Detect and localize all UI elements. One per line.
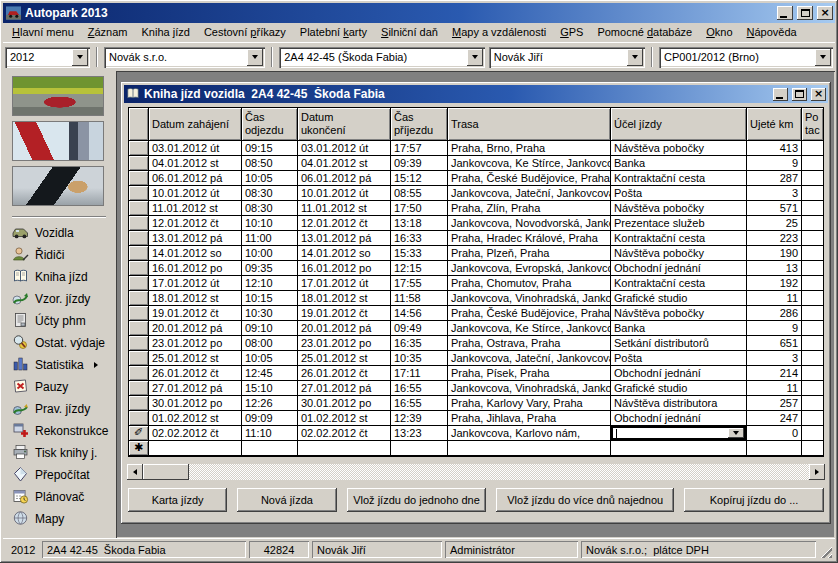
cell-pocatecni-tachometr[interactable] bbox=[802, 321, 823, 336]
cell-ucel-jizdy[interactable]: Kontraktační cesta bbox=[611, 171, 747, 186]
cell-trasa[interactable]: Jankovcova, Jateční, Jankovcova bbox=[448, 186, 611, 201]
ucel-combo-editor[interactable] bbox=[611, 426, 746, 440]
row-selector[interactable] bbox=[129, 201, 149, 216]
sidebar-item-prav-jizdy[interactable]: Prav. jízdy bbox=[12, 398, 110, 420]
column-header-datum-zahajeni[interactable]: Datum zahájení bbox=[149, 108, 242, 141]
cell-datum-ukonceni[interactable]: 03.01.2012 út bbox=[298, 141, 391, 156]
column-header-ujete-km[interactable]: Ujeté km bbox=[747, 108, 802, 141]
row-selector[interactable] bbox=[129, 141, 149, 156]
combo-novak-s-r-o[interactable]: Novák s.r.o. bbox=[104, 47, 265, 68]
cell-trasa[interactable]: Praha, Karlovy Vary, Praha bbox=[448, 396, 611, 411]
sidebar-item-vzor-jizdy[interactable]: Vzor. jízdy bbox=[12, 288, 110, 310]
table-row[interactable]: 11.01.2012 st08:3011.01.2012 st17:50Prah… bbox=[129, 201, 823, 216]
cell-ucel-jizdy[interactable]: Grafické studio bbox=[611, 381, 747, 396]
cell-ujete-km[interactable]: 651 bbox=[747, 336, 802, 351]
row-selector[interactable] bbox=[129, 156, 149, 171]
cell-datum-ukonceni[interactable]: 04.01.2012 st bbox=[298, 156, 391, 171]
sidebar-item-vozidla[interactable]: Vozidla bbox=[12, 222, 110, 244]
cell-cas-odjezdu[interactable]: 10:10 bbox=[242, 216, 298, 231]
cell-pocatecni-tachometr[interactable] bbox=[802, 381, 823, 396]
cell-ucel-jizdy[interactable]: Návštěva pobočky bbox=[611, 246, 747, 261]
table-row[interactable]: ✐02.02.2012 čt11:1002.02.2012 čt13:23Jan… bbox=[129, 426, 823, 441]
cell-datum-zahajeni[interactable]: 30.01.2012 po bbox=[149, 396, 242, 411]
row-selector[interactable] bbox=[129, 336, 149, 351]
row-selector[interactable] bbox=[129, 366, 149, 381]
cell-trasa[interactable]: Jankovcova, Vinohradská, Jankovcova bbox=[448, 381, 611, 396]
row-selector[interactable] bbox=[129, 321, 149, 336]
table-row[interactable]: 26.01.2012 čt12:4526.01.2012 čt17:11Prah… bbox=[129, 366, 823, 381]
menu-item-gps[interactable]: GPS bbox=[553, 24, 590, 41]
menu-item-platebni-karty[interactable]: Platební karty bbox=[293, 24, 374, 41]
sidebar-item-prepocitat[interactable]: Přepočítat bbox=[12, 464, 110, 486]
row-selector[interactable] bbox=[129, 306, 149, 321]
nova-jizda-button[interactable]: Nová jízda bbox=[237, 488, 336, 512]
cell-ujete-km[interactable]: 0 bbox=[747, 426, 802, 441]
cell-cas-odjezdu[interactable]: 08:50 bbox=[242, 156, 298, 171]
cell-ucel-jizdy[interactable]: Obchodní jednání bbox=[611, 261, 747, 276]
cell-datum-ukonceni[interactable]: 27.01.2012 pá bbox=[298, 381, 391, 396]
table-row[interactable]: 06.01.2012 pá10:0506.01.2012 pá15:12Prah… bbox=[129, 171, 823, 186]
cell-cas-prijezdu[interactable]: 16:33 bbox=[391, 231, 448, 246]
row-selector[interactable] bbox=[129, 411, 149, 426]
sidebar-item-ostat-vydaje[interactable]: Ostat. výdaje bbox=[12, 332, 110, 354]
cell-pocatecni-tachometr[interactable] bbox=[802, 441, 823, 456]
cell-cas-odjezdu[interactable]: 10:00 bbox=[242, 246, 298, 261]
cell-datum-zahajeni[interactable]: 02.02.2012 čt bbox=[149, 426, 242, 441]
cell-ujete-km[interactable]: 13 bbox=[747, 261, 802, 276]
cell-cas-prijezdu[interactable]: 12:39 bbox=[391, 411, 448, 426]
table-row[interactable]: 12.01.2012 čt10:1012.01.2012 čt13:18Jank… bbox=[129, 216, 823, 231]
cell-datum-zahajeni[interactable]: 20.01.2012 pá bbox=[149, 321, 242, 336]
cell-cas-odjezdu[interactable]: 11:10 bbox=[242, 426, 298, 441]
cell-cas-prijezdu[interactable]: 16:35 bbox=[391, 336, 448, 351]
cell-ucel-jizdy[interactable]: Kontraktační cesta bbox=[611, 276, 747, 291]
cell-ujete-km[interactable]: 9 bbox=[747, 321, 802, 336]
cell-pocatecni-tachometr[interactable] bbox=[802, 201, 823, 216]
cell-cas-prijezdu[interactable]: 08:55 bbox=[391, 186, 448, 201]
cell-datum-zahajeni[interactable]: 26.01.2012 čt bbox=[149, 366, 242, 381]
cell-datum-ukonceni[interactable] bbox=[298, 441, 391, 456]
cell-datum-ukonceni[interactable]: 11.01.2012 st bbox=[298, 201, 391, 216]
cell-ucel-jizdy[interactable]: Návštěva pobočky bbox=[611, 141, 747, 156]
cell-ucel-jizdy[interactable]: Návštěva pobočky bbox=[611, 306, 747, 321]
cell-datum-ukonceni[interactable]: 18.01.2012 st bbox=[298, 291, 391, 306]
table-row[interactable]: 03.01.2012 út09:1503.01.2012 út17:57Prah… bbox=[129, 141, 823, 156]
cell-datum-zahajeni[interactable]: 06.01.2012 pá bbox=[149, 171, 242, 186]
cell-trasa[interactable]: Praha, Jihlava, Praha bbox=[448, 411, 611, 426]
cell-pocatecni-tachometr[interactable] bbox=[802, 396, 823, 411]
cell-ujete-km[interactable]: 3 bbox=[747, 186, 802, 201]
table-row[interactable]: 19.01.2012 čt10:3019.01.2012 čt14:56Prah… bbox=[129, 306, 823, 321]
combo-novak-jiri[interactable]: Novák Jiří bbox=[489, 47, 645, 68]
cell-datum-ukonceni[interactable]: 14.01.2012 so bbox=[298, 246, 391, 261]
cell-ucel-jizdy[interactable]: Setkání distributorů bbox=[611, 336, 747, 351]
cell-cas-prijezdu[interactable]: 15:12 bbox=[391, 171, 448, 186]
scrollbar-track[interactable] bbox=[189, 464, 809, 480]
cell-ujete-km[interactable]: 571 bbox=[747, 201, 802, 216]
scrollbar-thumb[interactable] bbox=[143, 464, 189, 480]
cell-cas-prijezdu[interactable]: 17:57 bbox=[391, 141, 448, 156]
cell-trasa[interactable]: Praha, České Budějovice, Praha bbox=[448, 306, 611, 321]
menu-item-kniha-jizd[interactable]: Kniha jízd bbox=[135, 24, 197, 41]
column-header-trasa[interactable]: Trasa bbox=[448, 108, 611, 141]
vloz-jizdu-do-jednoho-dne-button[interactable]: Vlož jízdu do jednoho dne bbox=[347, 488, 487, 512]
cell-pocatecni-tachometr[interactable] bbox=[802, 156, 823, 171]
cell-ucel-jizdy[interactable] bbox=[611, 426, 747, 441]
cell-cas-odjezdu[interactable]: 08:00 bbox=[242, 336, 298, 351]
cell-trasa[interactable]: Jankovcova, Vinohradská, Jankovcova bbox=[448, 291, 611, 306]
row-selector[interactable] bbox=[129, 216, 149, 231]
sidebar-item-planovac[interactable]: Plánovač bbox=[12, 486, 110, 508]
horizontal-scrollbar[interactable] bbox=[127, 464, 825, 480]
cell-datum-ukonceni[interactable]: 30.01.2012 po bbox=[298, 396, 391, 411]
cell-datum-zahajeni[interactable]: 23.01.2012 po bbox=[149, 336, 242, 351]
cell-datum-zahajeni[interactable]: 18.01.2012 st bbox=[149, 291, 242, 306]
cell-datum-ukonceni[interactable]: 26.01.2012 čt bbox=[298, 366, 391, 381]
cell-ujete-km[interactable]: 214 bbox=[747, 366, 802, 381]
dropdown-arrow-button[interactable] bbox=[728, 428, 744, 438]
menu-item-napoveda[interactable]: Nápověda bbox=[740, 24, 804, 41]
cell-pocatecni-tachometr[interactable] bbox=[802, 366, 823, 381]
cell-datum-ukonceni[interactable]: 25.01.2012 st bbox=[298, 351, 391, 366]
column-header-pocatecni-tachometr[interactable]: Po tac bbox=[802, 108, 823, 141]
table-row[interactable]: 18.01.2012 st10:1518.01.2012 st11:58Jank… bbox=[129, 291, 823, 306]
cell-datum-ukonceni[interactable]: 17.01.2012 út bbox=[298, 276, 391, 291]
cell-ujete-km[interactable]: 257 bbox=[747, 396, 802, 411]
sidebar-item-rekonstrukce[interactable]: Rekonstrukce bbox=[12, 420, 110, 442]
